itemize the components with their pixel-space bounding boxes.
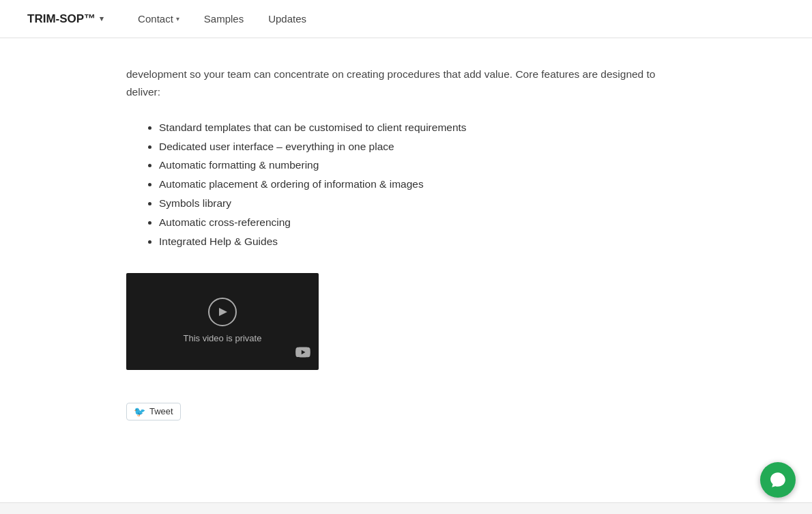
feature-item: Standard templates that can be customise… xyxy=(159,118,686,137)
nav-link-contact[interactable]: Contact ▾ xyxy=(126,0,192,38)
chat-bubble-button[interactable] xyxy=(760,462,796,498)
video-play-button xyxy=(208,298,237,326)
feature-item: Symbols library xyxy=(159,194,686,213)
play-icon xyxy=(219,308,227,316)
youtube-icon xyxy=(295,345,310,363)
feature-list: Standard templates that can be customise… xyxy=(126,118,686,251)
feature-item: Automatic placement & ordering of inform… xyxy=(159,175,686,194)
feature-item: Automatic formatting & numbering xyxy=(159,156,686,175)
brand-chevron: ▾ xyxy=(100,13,104,25)
nav-brand[interactable]: TRIM-SOP™ ▾ xyxy=(27,10,104,28)
feature-item: Automatic cross-referencing xyxy=(159,213,686,232)
nav-menu: Contact ▾ Samples Updates xyxy=(126,0,319,38)
tweet-button[interactable]: 🐦 Tweet xyxy=(126,403,181,420)
nav-link-samples[interactable]: Samples xyxy=(192,0,256,38)
nav-link-updates[interactable]: Updates xyxy=(256,0,319,38)
twitter-icon: 🐦 xyxy=(134,406,145,417)
navigation: TRIM-SOP™ ▾ Contact ▾ Samples Updates xyxy=(0,0,812,38)
video-label: This video is private xyxy=(184,332,262,346)
nav-item-updates[interactable]: Updates xyxy=(256,0,319,38)
brand-name: TRIM-SOP™ xyxy=(27,10,96,28)
tweet-label: Tweet xyxy=(149,406,173,416)
chat-icon xyxy=(769,471,787,489)
video-embed[interactable]: This video is private xyxy=(126,273,319,370)
nav-item-contact[interactable]: Contact ▾ xyxy=(126,0,192,38)
feature-item: Integrated Help & Guides xyxy=(159,232,686,251)
intro-paragraph: development so your team can concentrate… xyxy=(126,66,686,102)
nav-item-samples[interactable]: Samples xyxy=(192,0,256,38)
contact-chevron: ▾ xyxy=(176,14,179,25)
page-footer: © 2012 - 2022 PerformaTech Pty Ltd (ACN:… xyxy=(0,502,812,514)
main-content: development so your team can concentrate… xyxy=(99,38,713,502)
feature-item: Dedicated user interface – everything in… xyxy=(159,137,686,156)
